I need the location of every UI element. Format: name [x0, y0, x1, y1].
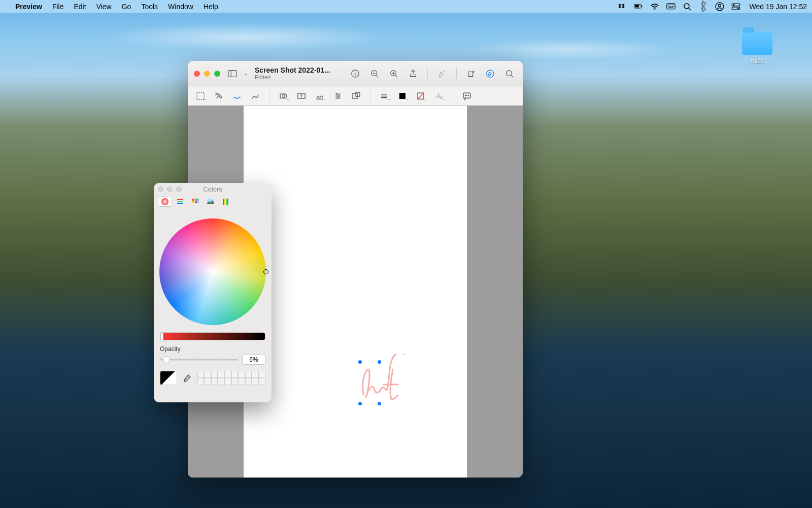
signature-annotation[interactable] — [353, 354, 424, 415]
brightness-slider[interactable] — [160, 332, 265, 340]
text-style-button[interactable]: ⌄ — [431, 89, 447, 103]
line-style-button[interactable]: ⌄ — [377, 89, 392, 103]
current-color-swatch[interactable] — [160, 371, 177, 385]
saved-swatches-grid[interactable] — [197, 371, 265, 385]
svg-point-5 — [684, 4, 689, 9]
swatch-cell[interactable] — [197, 378, 204, 385]
swatch-cell[interactable] — [238, 378, 245, 385]
color-picker-tabs — [154, 195, 272, 208]
svg-rect-33 — [177, 201, 183, 202]
menu-datetime[interactable]: Wed 19 Jan 12:52 — [748, 3, 807, 11]
swatch-cell[interactable] — [238, 371, 245, 378]
opacity-slider[interactable] — [160, 355, 238, 364]
swatch-cell[interactable] — [259, 371, 265, 378]
swatch-cell[interactable] — [245, 371, 252, 378]
swatch-cell[interactable] — [245, 378, 252, 385]
menu-help[interactable]: Help — [198, 3, 223, 11]
panel-close-button[interactable] — [158, 186, 163, 192]
folder-icon — [742, 31, 772, 55]
swatch-cell[interactable] — [204, 371, 211, 378]
swatch-cell[interactable] — [231, 378, 238, 385]
status-dropbox-icon[interactable] — [618, 2, 627, 11]
highlight-button[interactable] — [435, 67, 449, 81]
zoom-out-button[interactable] — [367, 67, 382, 81]
annotate-button[interactable] — [459, 89, 475, 103]
svg-point-31 — [161, 198, 168, 205]
status-keyboard-icon[interactable] — [666, 2, 675, 11]
menu-edit[interactable]: Edit — [69, 3, 91, 11]
panel-minimize-button[interactable] — [167, 186, 173, 192]
eyedropper-button[interactable] — [182, 373, 192, 383]
svg-rect-12 — [228, 70, 236, 77]
swatch-cell[interactable] — [218, 371, 224, 378]
menu-file[interactable]: File — [47, 3, 69, 11]
swatch-cell[interactable] — [225, 371, 231, 378]
swatch-cell[interactable] — [218, 378, 224, 385]
status-wifi-icon[interactable] — [650, 2, 659, 11]
sketch-tool-button[interactable] — [229, 89, 245, 103]
panel-zoom-button[interactable] — [176, 186, 182, 192]
minimize-window-button[interactable] — [204, 71, 210, 77]
markup-button[interactable] — [483, 67, 497, 81]
border-color-button[interactable]: ⌄ — [395, 89, 410, 103]
menu-view[interactable]: View — [91, 3, 117, 11]
menu-go[interactable]: Go — [117, 3, 137, 11]
opacity-slider-thumb[interactable] — [163, 356, 170, 363]
status-bluetooth-icon[interactable] — [699, 2, 708, 11]
zoom-in-button[interactable] — [387, 67, 401, 81]
status-control-center-icon[interactable] — [731, 2, 740, 11]
sidebar-menu-chevron-icon[interactable]: ⌄ — [244, 71, 248, 76]
swatch-cell[interactable] — [252, 378, 258, 385]
color-wheel-cursor[interactable] — [263, 269, 268, 274]
zoom-window-button[interactable] — [214, 71, 220, 77]
svg-rect-34 — [177, 203, 183, 204]
close-window-button[interactable] — [194, 71, 200, 77]
tab-image-palettes[interactable] — [204, 197, 218, 207]
panel-titlebar[interactable]: Colors — [154, 183, 272, 195]
selection-handle[interactable] — [378, 360, 381, 364]
tab-color-palettes[interactable] — [188, 197, 202, 207]
rotate-button[interactable] — [464, 67, 478, 81]
selection-handle[interactable] — [358, 402, 362, 405]
swatch-cell[interactable] — [252, 371, 258, 378]
menu-tools[interactable]: Tools — [136, 3, 163, 11]
selection-tool-button[interactable]: ⌄ — [193, 89, 208, 103]
swatch-cell[interactable] — [204, 378, 211, 385]
menu-window[interactable]: Window — [163, 3, 198, 11]
status-spotlight-icon[interactable] — [683, 2, 692, 11]
svg-point-7 — [718, 4, 721, 7]
document-page[interactable] — [244, 106, 467, 478]
opacity-field[interactable]: 6% — [242, 355, 265, 365]
text-tool-button[interactable] — [294, 89, 309, 103]
swatch-cell[interactable] — [259, 378, 265, 385]
swatch-cell[interactable] — [211, 371, 218, 378]
shapes-button[interactable]: ⌄ — [276, 89, 291, 103]
draw-tool-button[interactable] — [248, 89, 263, 103]
sign-button[interactable]: ⌄ — [312, 89, 327, 103]
desktop-folder-misc[interactable]: misc — [737, 31, 777, 65]
tab-pencils[interactable] — [219, 197, 233, 207]
instant-alpha-button[interactable] — [211, 89, 226, 103]
window-titlebar[interactable]: ⌄ Screen Shot 2022-01... Edited — [188, 61, 523, 86]
status-user-icon[interactable] — [715, 2, 724, 11]
share-button[interactable] — [406, 67, 420, 81]
fill-color-button[interactable]: ⌄ — [413, 89, 428, 103]
selection-handle[interactable] — [358, 360, 362, 364]
search-button[interactable] — [502, 67, 517, 81]
brightness-slider-thumb[interactable] — [160, 332, 163, 341]
swatch-cell[interactable] — [211, 378, 218, 385]
svg-rect-23 — [353, 93, 357, 99]
swatch-cell[interactable] — [231, 371, 238, 378]
adjust-color-button[interactable] — [330, 89, 346, 103]
selection-handle[interactable] — [378, 402, 381, 405]
sidebar-toggle-button[interactable] — [225, 67, 240, 81]
status-battery-icon[interactable] — [634, 2, 643, 11]
color-wheel[interactable] — [159, 218, 266, 325]
tab-color-wheel[interactable] — [158, 197, 172, 207]
app-menu[interactable]: Preview — [10, 3, 47, 11]
adjust-size-button[interactable] — [349, 89, 364, 103]
tab-color-sliders[interactable] — [173, 197, 187, 207]
swatch-cell[interactable] — [197, 371, 204, 378]
swatch-cell[interactable] — [225, 378, 231, 385]
info-button[interactable] — [348, 67, 362, 81]
